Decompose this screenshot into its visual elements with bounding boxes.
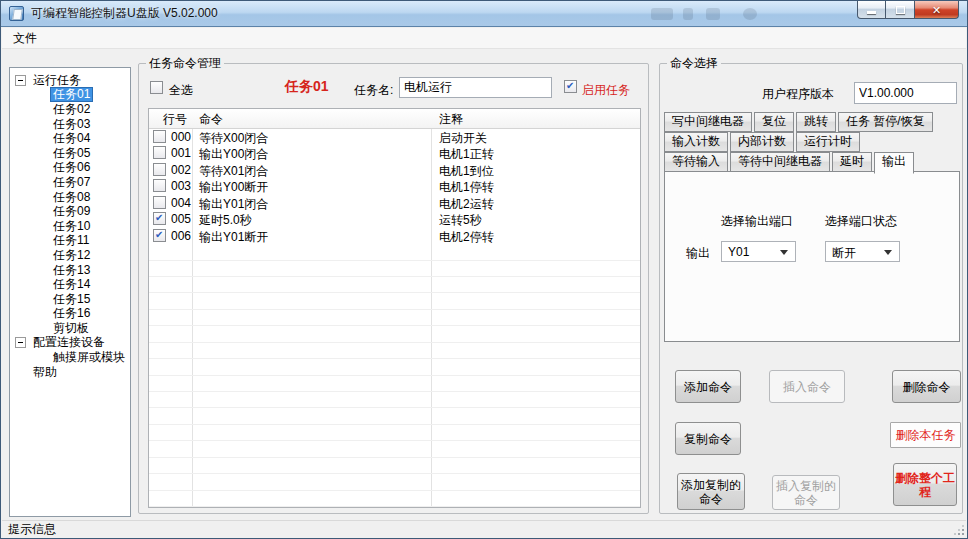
enable-task-label: 启用任务 — [582, 82, 630, 99]
window-title: 可编程智能控制器U盘版 V5.02.000 — [31, 1, 218, 26]
insert-copied-command-button[interactable]: 插入复制的命令 — [772, 475, 840, 510]
tree-item[interactable]: 任务16 — [10, 307, 130, 322]
maximize-icon[interactable] — [886, 1, 914, 19]
tab[interactable]: 延时 — [832, 152, 872, 172]
tree-item[interactable]: 触摸屏或模块 — [10, 350, 130, 365]
table-row[interactable]: 000等待X00闭合启动开关 — [149, 129, 640, 145]
tree-item[interactable]: 任务04 — [10, 131, 130, 146]
table-row-empty — [149, 474, 640, 490]
row-checkbox[interactable] — [153, 163, 166, 176]
tree-item[interactable]: 任务05 — [10, 146, 130, 161]
table-row[interactable]: 006输出Y01断开电机2停转 — [149, 228, 640, 244]
row-checkbox[interactable] — [153, 212, 166, 225]
table-row-empty — [149, 359, 640, 375]
tab-row: 写中间继电器复位跳转任务 暂停/恢复 — [664, 112, 960, 132]
row-checkbox[interactable] — [153, 196, 166, 209]
copy-command-button[interactable]: 复制命令 — [675, 422, 741, 455]
tab[interactable]: 等待输入 — [664, 152, 728, 172]
chevron-down-icon — [780, 250, 788, 255]
table-row[interactable]: 002等待X01闭合电机1到位 — [149, 162, 640, 178]
row-checkbox[interactable] — [153, 229, 166, 242]
output-tab-panel: 选择输出端口 选择端口状态 输出 Y01 断开 — [664, 171, 960, 342]
tree-item[interactable]: 任务11 — [10, 234, 130, 249]
tree-item[interactable]: 任务06 — [10, 161, 130, 176]
table-row-empty — [149, 277, 640, 293]
tree-item[interactable]: 帮助 — [10, 365, 130, 380]
insert-command-button[interactable]: 插入命令 — [769, 370, 845, 403]
delete-project-button[interactable]: 删除整个工程 — [893, 463, 957, 506]
app-icon — [9, 6, 24, 21]
close-icon[interactable]: ✕ — [914, 1, 959, 19]
tab[interactable]: 任务 暂停/恢复 — [838, 112, 933, 132]
table-row-empty — [149, 343, 640, 359]
col-header-comment: 注释 — [439, 111, 463, 128]
table-row[interactable]: 001输出Y00闭合电机1正转 — [149, 145, 640, 161]
select-all-label: 全选 — [169, 82, 193, 99]
tab[interactable]: 运行计时 — [796, 132, 860, 152]
tree-item[interactable]: 任务12 — [10, 248, 130, 263]
delete-task-button[interactable]: 删除本任务 — [890, 422, 961, 448]
tree-item[interactable]: 任务08 — [10, 190, 130, 205]
tree-item[interactable]: 任务13 — [10, 263, 130, 278]
select-all-checkbox[interactable] — [150, 81, 163, 94]
tree-item[interactable]: 任务14 — [10, 277, 130, 292]
row-checkbox[interactable] — [153, 130, 166, 143]
table-row-empty — [149, 326, 640, 342]
titlebar: 可编程智能控制器U盘版 V5.02.000 ✕ — [1, 1, 967, 27]
row-checkbox[interactable] — [153, 179, 166, 192]
minus-box-icon[interactable] — [15, 75, 26, 86]
tab-rows: 写中间继电器复位跳转任务 暂停/恢复输入计数内部计数运行计时等待输入等待中间继电… — [664, 112, 960, 172]
tree-item[interactable]: 任务10 — [10, 219, 130, 234]
enable-task-checkbox[interactable] — [564, 80, 577, 93]
program-version-label: 用户程序版本 — [762, 86, 834, 103]
output-port-select[interactable]: Y01 — [721, 241, 796, 262]
table-header: 行号 命令 注释 — [149, 109, 640, 129]
tab-row: 等待输入等待中间继电器延时输出 — [664, 152, 960, 172]
table-row[interactable]: 005延时5.0秒运转5秒 — [149, 211, 640, 227]
tab[interactable]: 输出 — [874, 152, 914, 174]
table-row-empty — [149, 441, 640, 457]
tab[interactable]: 写中间继电器 — [664, 112, 752, 132]
program-version-input[interactable] — [854, 82, 957, 104]
menu-file[interactable]: 文件 — [2, 28, 48, 49]
table-row-empty — [149, 458, 640, 474]
tree-item[interactable]: 任务15 — [10, 292, 130, 307]
tree-item[interactable]: 任务02 — [10, 102, 130, 117]
table-row[interactable]: 003输出Y00断开电机1停转 — [149, 178, 640, 194]
current-task-id: 任务01 — [285, 78, 329, 96]
tree-item[interactable]: 剪切板 — [10, 321, 130, 336]
command-table-body: 000等待X00闭合启动开关001输出Y00闭合电机1正转002等待X01闭合电… — [149, 129, 640, 507]
table-row-empty — [149, 376, 640, 392]
tree-item[interactable]: 任务01 — [10, 88, 130, 103]
tab[interactable]: 内部计数 — [730, 132, 794, 152]
resize-grip-icon[interactable] — [952, 523, 964, 535]
add-command-button[interactable]: 添加命令 — [675, 370, 741, 403]
tab[interactable]: 跳转 — [796, 112, 836, 132]
tab[interactable]: 复位 — [754, 112, 794, 132]
tree-item[interactable]: 任务09 — [10, 204, 130, 219]
port-state-select[interactable]: 断开 — [825, 241, 900, 262]
tree-item[interactable]: 配置连接设备 — [10, 336, 130, 351]
tab[interactable]: 输入计数 — [664, 132, 728, 152]
task-name-input[interactable] — [399, 77, 552, 98]
table-row-empty — [149, 425, 640, 441]
task-command-group: 任务命令管理 全选 任务01 任务名: 启用任务 行号 命令 注释 000等待X… — [138, 63, 649, 514]
tab-row: 输入计数内部计数运行计时 — [664, 132, 960, 152]
tab[interactable]: 等待中间继电器 — [730, 152, 830, 172]
minimize-icon[interactable] — [857, 1, 886, 19]
select-output-port-label: 选择输出端口 — [721, 213, 793, 230]
add-copied-command-button[interactable]: 添加复制的命令 — [677, 473, 745, 510]
window-controls: ✕ — [857, 1, 959, 19]
tree-item[interactable]: 任务07 — [10, 175, 130, 190]
minus-box-icon[interactable] — [15, 337, 26, 348]
table-row-empty — [149, 310, 640, 326]
task-tree: 运行任务任务01任务02任务03任务04任务05任务06任务07任务08任务09… — [9, 67, 131, 517]
table-row-empty — [149, 261, 640, 277]
col-header-command: 命令 — [199, 111, 223, 128]
table-row[interactable]: 004输出Y01闭合电机2运转 — [149, 195, 640, 211]
tree-item[interactable]: 运行任务 — [10, 73, 130, 88]
delete-command-button[interactable]: 删除命令 — [892, 370, 961, 403]
statusbar: 提示信息 — [2, 520, 966, 537]
row-checkbox[interactable] — [153, 146, 166, 159]
tree-item[interactable]: 任务03 — [10, 117, 130, 132]
